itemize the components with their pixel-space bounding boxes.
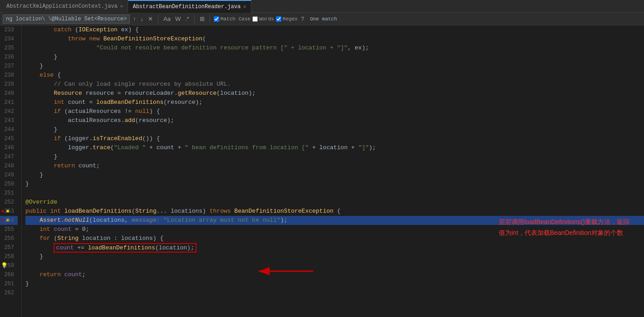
gutter-253: ● ◉ 253 (0, 207, 18, 216)
regex-option[interactable]: Regex (276, 16, 298, 22)
line-233: catch (IOException ex) { (25, 25, 644, 34)
gutter-247: 247 (0, 152, 18, 161)
debug-icon-253: ◉ (6, 207, 9, 216)
toggle-regex-button[interactable]: .* (184, 16, 191, 22)
close-tab-abstractbeandef[interactable]: ✕ (243, 4, 246, 10)
line-244: } (25, 125, 644, 134)
line-253: public int loadBeanDefinitions(String...… (25, 207, 644, 216)
regex-label: Regex (283, 16, 298, 22)
tab-label-abstractbeandef: AbstractBeanDefinitionReader.java (133, 4, 241, 10)
line-247: } (25, 152, 644, 161)
gutter-259: 💡 259 (0, 261, 18, 270)
prev-match-button[interactable]: ↑ (132, 16, 138, 22)
line-260: return count; (25, 270, 644, 279)
gutter-233: 233 (0, 25, 18, 34)
line-246: logger.trace("Loaded " + count + " bean … (25, 143, 644, 152)
filter-button[interactable]: ⊞ (198, 16, 206, 22)
line-239: // Can only load single resources by abs… (25, 80, 644, 89)
breakpoint-icon-253: ● (1, 207, 4, 216)
gutter-238: 238 (0, 71, 18, 80)
gutter-239: 239 (0, 80, 18, 89)
words-checkbox[interactable] (252, 16, 258, 22)
gutter-236: 236 (0, 53, 18, 62)
gutter-240: 240 (0, 89, 18, 98)
line-255: int count = 0; (25, 225, 644, 234)
gutter-257: 257 (0, 243, 18, 252)
line-250: } (25, 180, 644, 189)
gutter-234: 234 (0, 34, 18, 44)
line-237: } (25, 62, 644, 71)
line-258: } (25, 252, 644, 261)
line-249: } (25, 171, 644, 180)
match-case-option[interactable]: Match Case (214, 16, 251, 22)
gutter-245: 245 (0, 134, 18, 143)
line-261: } (25, 279, 644, 288)
words-label: Words (259, 16, 274, 22)
gutter-262: 262 (0, 288, 18, 297)
close-tab-abstractxml[interactable]: ✕ (120, 3, 123, 9)
search-divider3 (210, 15, 210, 23)
line-254: Assert.notNull(locations, message: "Loca… (25, 216, 644, 225)
line-251 (25, 189, 644, 198)
toggle-case-button[interactable]: Aa (162, 16, 172, 22)
code-area: 233 234 235 236 237 238 239 240 241 242 … (0, 25, 644, 317)
line-243: actualResources.add(resource); (25, 116, 644, 125)
search-bar: ↑ ↓ ✕ Aa W .* ⊞ Match Case Words Regex ?… (0, 13, 644, 25)
line-234: throw new BeanDefinitionStoreException( (25, 34, 644, 44)
tab-abstractxml[interactable]: AbstractXmlApplicationContext.java ✕ (2, 0, 128, 13)
debug-icon-254: ◉ (6, 216, 9, 225)
close-search-button[interactable]: ✕ (147, 16, 154, 22)
gutter-261: 261 (0, 279, 18, 288)
line-248: return count; (25, 161, 644, 171)
gutter-256: 256 (0, 234, 18, 243)
tab-label-abstractxml: AbstractXmlApplicationContext.java (6, 3, 118, 10)
gutter-243: 243 (0, 116, 18, 125)
gutter-255: 255 (0, 225, 18, 234)
next-match-button[interactable]: ↓ (139, 16, 145, 22)
bookmark-icon-254: ● (1, 216, 4, 225)
words-option[interactable]: Words (252, 16, 274, 22)
gutter-251: 251 (0, 189, 18, 198)
line-numbers: 233 234 235 236 237 238 239 240 241 242 … (0, 25, 22, 317)
regex-checkbox[interactable] (276, 16, 281, 22)
match-count: One match (310, 16, 337, 22)
line-236: } (25, 53, 644, 62)
help-button[interactable]: ? (300, 16, 305, 22)
search-divider (158, 15, 158, 23)
line-257: count += loadBeanDefinitions(location); (25, 243, 644, 252)
line-240: Resource resource = resourceLoader.getRe… (25, 89, 644, 98)
gutter-258: 258 (0, 252, 18, 261)
toggle-words-button[interactable]: W (174, 16, 182, 22)
gutter-260: 260 (0, 270, 18, 279)
gutter-254: ● ◉ 254 (0, 216, 18, 225)
line-256: for (String location : locations) { (25, 234, 644, 243)
code-lines: catch (IOException ex) { throw new BeanD… (22, 25, 644, 317)
line-245: if (logger.isTraceEnabled()) { (25, 134, 644, 143)
line-242: if (actualResources != null) { (25, 107, 644, 116)
bulb-icon-259: 💡 (1, 261, 8, 270)
gutter-246: 246 (0, 143, 18, 152)
line-262 (25, 288, 644, 297)
gutter-237: 237 (0, 62, 18, 71)
search-divider2 (194, 15, 195, 23)
gutter-249: 249 (0, 171, 18, 180)
match-case-label: Match Case (221, 16, 251, 22)
gutter-241: 241 (0, 98, 18, 107)
match-case-checkbox[interactable] (214, 16, 219, 22)
gutter-244: 244 (0, 125, 18, 134)
line-238: else { (25, 71, 644, 80)
line-259 (25, 261, 644, 270)
gutter-250: 250 (0, 180, 18, 189)
gutter-242: 242 (0, 107, 18, 116)
editor-container: AbstractXmlApplicationContext.java ✕ Abs… (0, 0, 644, 317)
gutter-252: 252 (0, 198, 18, 207)
search-input[interactable] (3, 15, 130, 24)
gutter-248: 248 (0, 161, 18, 171)
line-241: int count = loadBeanDefinitions(resource… (25, 98, 644, 107)
gutter-235: 235 (0, 44, 18, 53)
tab-bar: AbstractXmlApplicationContext.java ✕ Abs… (0, 0, 644, 13)
line-235: "Could not resolve bean definition resou… (25, 44, 644, 53)
tab-abstractbeandef[interactable]: AbstractBeanDefinitionReader.java ✕ (128, 0, 251, 13)
line-252: @Override (25, 198, 644, 207)
